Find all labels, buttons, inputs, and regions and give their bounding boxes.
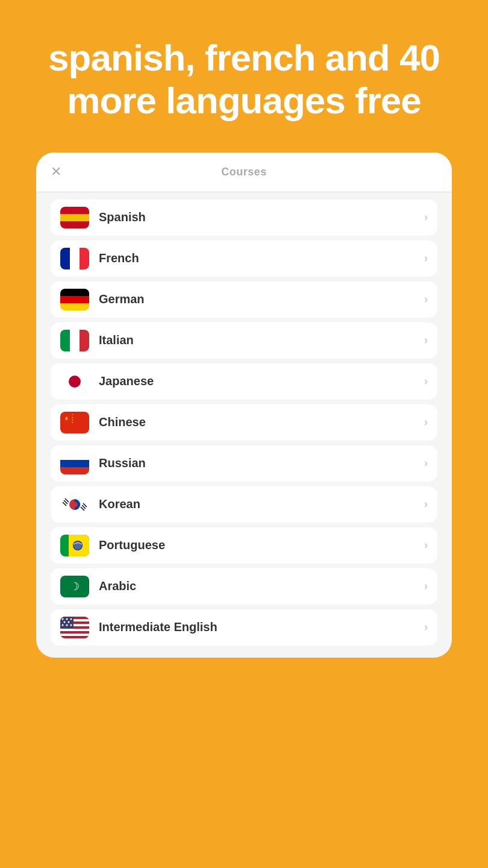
svg-point-51 [66,624,68,626]
svg-rect-7 [60,289,89,296]
svg-rect-5 [70,248,80,269]
svg-point-48 [64,621,66,623]
svg-rect-11 [70,330,80,351]
course-name-russian: Russian [99,456,424,470]
svg-point-47 [70,618,72,620]
svg-point-50 [62,624,64,626]
flag-english [60,617,89,638]
svg-rect-12 [80,330,89,351]
course-item-french[interactable]: French › [51,241,437,277]
course-item-italian[interactable]: Italian › [51,322,437,359]
modal-card: ✕ Courses Spanish › [36,153,452,658]
course-name-french: French [99,251,424,265]
svg-rect-23 [60,467,89,474]
modal-header: ✕ Courses [36,153,452,192]
close-icon: ✕ [51,164,61,179]
svg-rect-2 [60,212,89,214]
course-item-chinese[interactable]: Chinese › [51,404,437,441]
chevron-portuguese: › [424,539,428,552]
chevron-german: › [424,293,428,306]
chevron-russian: › [424,457,428,470]
flag-korean [60,494,89,515]
chevron-arabic: › [424,580,428,593]
flag-portuguese [60,535,89,556]
svg-text:☽: ☽ [70,580,80,593]
flag-spanish [60,207,89,228]
course-name-chinese: Chinese [99,415,424,429]
hero-section: spanish, french and 40 more languages fr… [0,0,488,146]
chevron-korean: › [424,498,428,511]
svg-point-49 [68,621,70,623]
chevron-french: › [424,252,428,265]
course-item-russian[interactable]: Russian › [51,445,437,482]
flag-russian [60,453,89,474]
flag-japanese [60,371,89,392]
svg-point-14 [69,376,81,388]
chevron-italian: › [424,334,428,347]
svg-rect-3 [60,221,89,224]
course-item-intermediate-english[interactable]: Intermediate English › [51,609,437,646]
flag-italian [60,330,89,351]
chevron-japanese: › [424,375,428,388]
course-name-italian: Italian [99,333,424,347]
svg-rect-4 [60,248,70,269]
course-item-german[interactable]: German › [51,281,437,318]
svg-rect-9 [60,303,89,310]
flag-french [60,248,89,269]
course-list: Spanish › French › [36,192,452,658]
course-name-arabic: Arabic [99,579,424,593]
course-name-portuguese: Portuguese [99,538,424,552]
hero-text: spanish, french and 40 more languages fr… [48,37,440,121]
flag-german [60,289,89,310]
course-item-spanish[interactable]: Spanish › [51,200,437,236]
svg-point-26 [72,502,78,507]
course-name-intermediate-english: Intermediate English [99,620,424,634]
svg-rect-15 [60,412,89,433]
course-name-korean: Korean [99,497,424,511]
course-name-spanish: Spanish [99,210,424,224]
chevron-intermediate-english: › [424,621,428,634]
svg-point-46 [66,618,68,620]
course-item-portuguese[interactable]: Portuguese › [51,527,437,564]
flag-chinese [60,412,89,433]
course-name-japanese: Japanese [99,374,424,388]
svg-rect-22 [60,460,89,467]
svg-rect-6 [80,248,89,269]
svg-rect-42 [60,629,89,631]
svg-rect-43 [60,634,89,636]
close-button[interactable]: ✕ [51,165,61,178]
chevron-spanish: › [424,211,428,224]
course-name-german: German [99,292,424,306]
svg-rect-21 [60,453,89,460]
course-item-arabic[interactable]: ☽ Arabic › [51,568,437,605]
svg-rect-8 [60,296,89,303]
svg-point-52 [70,624,72,626]
flag-arabic: ☽ [60,576,89,597]
modal-title: Courses [221,166,267,178]
chevron-chinese: › [424,416,428,429]
svg-point-45 [62,618,64,620]
course-item-korean[interactable]: Korean › [51,486,437,523]
course-item-japanese[interactable]: Japanese › [51,363,437,400]
svg-rect-10 [60,330,70,351]
